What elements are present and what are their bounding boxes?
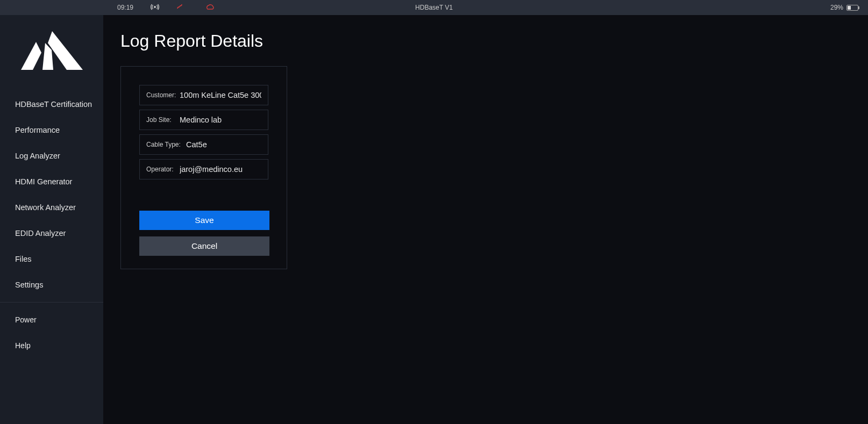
- log-report-form: Customer: Job Site: Cable Type: Operator…: [120, 66, 287, 269]
- field-customer: Customer:: [139, 85, 268, 105]
- field-jobsite-label: Job Site:: [146, 116, 180, 124]
- battery-icon: [846, 5, 858, 11]
- nav-item-hdmi-generator[interactable]: HDMI Generator: [0, 169, 103, 195]
- nav-item-label: Files: [15, 255, 32, 263]
- field-customer-label: Customer:: [146, 91, 180, 99]
- nav-item-performance[interactable]: Performance: [0, 117, 103, 143]
- nav-list: HDBaseT Certification Performance Log An…: [0, 91, 103, 358]
- field-operator-label: Operator:: [146, 166, 180, 173]
- nav-divider: [0, 302, 103, 303]
- field-operator: Operator:: [139, 159, 268, 179]
- battery-status: 29%: [830, 4, 858, 11]
- nav-item-label: Log Analyzer: [15, 152, 60, 160]
- nav-item-network-analyzer[interactable]: Network Analyzer: [0, 195, 103, 220]
- clock-time: 09:19: [117, 4, 133, 11]
- field-jobsite: Job Site:: [139, 110, 268, 130]
- nav-item-label: HDBaseT Certification: [15, 100, 92, 109]
- cancel-button[interactable]: Cancel: [139, 236, 269, 256]
- field-cabletype: Cable Type:: [139, 134, 268, 155]
- page-title: Log Report Details: [120, 31, 851, 51]
- nav-item-label: Power: [15, 315, 37, 324]
- operator-input[interactable]: [180, 165, 261, 174]
- nav-item-help[interactable]: Help: [0, 333, 103, 358]
- nav-item-label: EDID Analyzer: [15, 229, 66, 238]
- main-content: Log Report Details Customer: Job Site: C…: [103, 15, 868, 424]
- nav-item-label: Performance: [15, 126, 60, 134]
- link-icon: [175, 3, 184, 12]
- nav-item-label: HDMI Generator: [15, 177, 72, 186]
- save-button[interactable]: Save: [139, 211, 269, 230]
- nav-item-label: Help: [15, 341, 31, 350]
- cabletype-input[interactable]: [186, 140, 261, 149]
- nav-item-hdbaset-certification[interactable]: HDBaseT Certification: [0, 91, 103, 117]
- brand-logo: [21, 31, 83, 70]
- nav-item-settings[interactable]: Settings: [0, 272, 103, 298]
- cloud-icon: [204, 3, 215, 12]
- nav-item-power[interactable]: Power: [0, 307, 103, 333]
- customer-input[interactable]: [180, 91, 261, 99]
- status-bar: 09:19 HDBaseT V1 29%: [0, 0, 868, 15]
- signal-icon: [151, 3, 159, 12]
- battery-percent: 29%: [830, 4, 843, 11]
- jobsite-input[interactable]: [180, 116, 261, 124]
- field-cabletype-label: Cable Type:: [146, 141, 186, 148]
- nav-item-label: Network Analyzer: [15, 203, 76, 212]
- nav-item-files[interactable]: Files: [0, 246, 103, 272]
- nav-item-edid-analyzer[interactable]: EDID Analyzer: [0, 220, 103, 246]
- topbar-title: HDBaseT V1: [415, 4, 453, 11]
- sidebar: HDBaseT Certification Performance Log An…: [0, 15, 103, 424]
- svg-point-0: [154, 6, 155, 7]
- nav-item-label: Settings: [15, 281, 43, 289]
- nav-item-log-analyzer[interactable]: Log Analyzer: [0, 143, 103, 169]
